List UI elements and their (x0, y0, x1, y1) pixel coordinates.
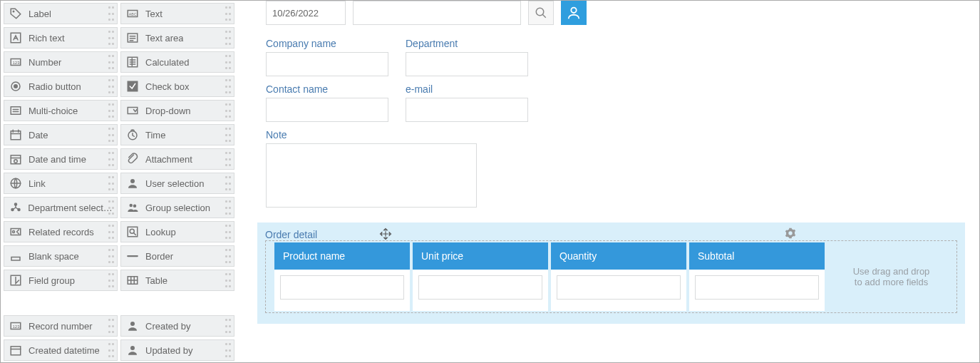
palette-item-label: User selection (145, 178, 204, 189)
checkbox-icon (125, 79, 140, 93)
move-icon[interactable] (379, 227, 392, 240)
palette-table[interactable]: Table (120, 270, 234, 291)
palette-createdby[interactable]: Created by (120, 315, 234, 337)
palette-recordnum[interactable]: 123Record number (4, 315, 118, 337)
palette-blank[interactable]: Blank space (4, 245, 118, 267)
row-handle[interactable] (267, 242, 274, 311)
svg-point-31 (130, 179, 135, 183)
table-cell-input[interactable] (418, 275, 542, 300)
palette-item-label: Number (29, 57, 61, 68)
svg-line-41 (134, 233, 136, 235)
svg-point-57 (571, 8, 576, 13)
datetime-icon (9, 152, 23, 166)
svg-point-35 (130, 204, 133, 208)
palette-richtext[interactable]: Rich text (4, 27, 118, 48)
lookup-icon (125, 225, 140, 239)
palette-attachment[interactable]: Attachment (120, 148, 234, 170)
table-column[interactable]: Unit price (413, 242, 548, 311)
table-header: Subtotal (689, 242, 825, 270)
palette-item-label: Date (29, 130, 48, 140)
palette-item-label: Border (145, 251, 173, 262)
palette-item-label: Link (29, 178, 46, 189)
svg-point-29 (14, 160, 18, 163)
date-field[interactable]: 10/26/2022 (266, 1, 346, 25)
table-cell-input[interactable] (557, 275, 681, 300)
svg-rect-17 (128, 81, 138, 91)
palette-text[interactable]: ABCText (120, 3, 234, 24)
palette-item-label: Updated by (145, 345, 193, 356)
palette-updatedby[interactable]: Updated by (120, 339, 234, 361)
table-column[interactable]: Subtotal (689, 242, 825, 311)
palette-lookup[interactable]: Lookup (120, 221, 234, 242)
palette-calculated[interactable]: Calculated (120, 51, 234, 73)
table-cell-input[interactable] (695, 275, 819, 300)
company-name-input[interactable] (266, 52, 388, 76)
palette-item-label: Related records (29, 227, 94, 237)
tag-icon (9, 6, 23, 21)
link-icon (9, 176, 23, 190)
palette-dropdown[interactable]: Drop-down (120, 100, 234, 121)
palette-item-label: Multi-choice (29, 106, 78, 116)
table-icon (125, 273, 140, 287)
contact-name-label: Contact name (266, 83, 388, 95)
contact-name-input[interactable] (266, 98, 388, 122)
number-icon: 123 (9, 55, 23, 69)
palette-number[interactable]: 123Number (4, 51, 118, 73)
lookup-input[interactable] (353, 1, 521, 25)
svg-point-54 (130, 346, 135, 350)
palette-date[interactable]: Date (4, 124, 118, 145)
palette-deptselect[interactable]: Department selection (4, 197, 118, 218)
email-input[interactable] (406, 98, 528, 122)
textarea-icon (125, 31, 140, 45)
user-picker-button[interactable] (561, 1, 587, 25)
table-column[interactable]: Quantity (551, 242, 686, 311)
palette-item-label: Calculated (145, 57, 189, 68)
company-name-label: Company name (266, 38, 388, 49)
createdby-icon (125, 319, 140, 333)
svg-text:123: 123 (13, 61, 21, 65)
palette-item-label: Record number (29, 321, 93, 332)
updatedby-icon (125, 343, 140, 357)
search-button[interactable] (528, 1, 554, 25)
svg-point-38 (13, 231, 15, 233)
svg-text:123: 123 (13, 324, 21, 329)
palette-datetime[interactable]: Date and time (4, 148, 118, 170)
palette-item-label: Attachment (145, 154, 192, 165)
palette-userselect[interactable]: User selection (120, 173, 234, 194)
svg-line-56 (542, 14, 546, 18)
border-icon (125, 249, 140, 263)
gear-icon[interactable] (785, 227, 796, 239)
table-field[interactable]: Order detail Product nameUnit priceQuant… (257, 223, 965, 324)
department-label: Department (406, 38, 528, 49)
text-icon: ABC (125, 6, 140, 21)
palette-item-label: Label (29, 9, 51, 19)
palette-related[interactable]: Related records (4, 221, 118, 242)
palette-item-label: Table (145, 275, 167, 286)
palette-textarea[interactable]: Text area (120, 27, 234, 48)
svg-point-55 (536, 8, 544, 16)
note-textarea[interactable] (266, 143, 477, 208)
palette-item-label: Drop-down (145, 106, 191, 116)
multichoice-icon (9, 103, 23, 118)
palette-createddate[interactable]: Created datetime (4, 339, 118, 361)
palette-tag[interactable]: Label (4, 3, 118, 24)
fieldgroup-icon (9, 273, 23, 287)
table-header: Unit price (413, 242, 548, 270)
palette-fieldgroup[interactable]: Field group (4, 270, 118, 291)
table-column[interactable]: Product name (274, 242, 410, 311)
palette-checkbox[interactable]: Check box (120, 76, 234, 97)
palette-item-label: Created by (145, 321, 191, 332)
palette-multichoice[interactable]: Multi-choice (4, 100, 118, 121)
department-input[interactable] (406, 52, 528, 76)
form-canvas: 10/26/2022 Company name Department Conta… (243, 1, 979, 362)
svg-point-0 (13, 11, 14, 12)
createddate-icon (9, 343, 23, 357)
palette-time[interactable]: Time (120, 124, 234, 145)
palette-item-label: Radio button (29, 81, 81, 92)
palette-radio[interactable]: Radio button (4, 76, 118, 97)
palette-link[interactable]: Link (4, 173, 118, 194)
table-cell-input[interactable] (280, 275, 404, 300)
palette-border[interactable]: Border (120, 245, 234, 267)
palette-item-label: Date and time (29, 154, 86, 165)
palette-groupselect[interactable]: Group selection (120, 197, 234, 218)
